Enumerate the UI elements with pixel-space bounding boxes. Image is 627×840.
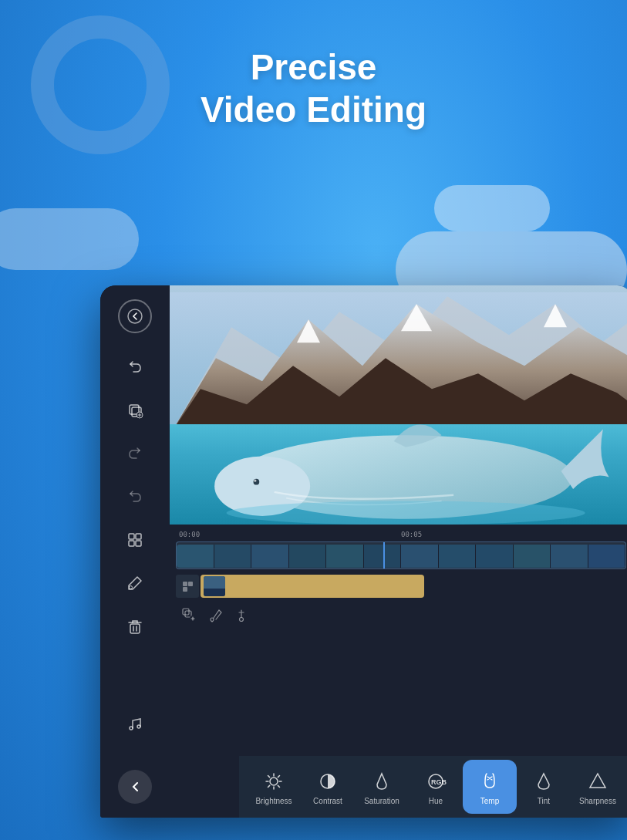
contrast-icon bbox=[315, 769, 340, 794]
svg-rect-26 bbox=[188, 582, 193, 586]
clip-track[interactable] bbox=[176, 572, 626, 600]
title-line1: Precise bbox=[251, 47, 377, 87]
svg-rect-24 bbox=[183, 582, 187, 586]
svg-rect-27 bbox=[183, 609, 189, 615]
music-button[interactable] bbox=[118, 707, 152, 740]
adjust-contrast[interactable]: Contrast bbox=[301, 760, 355, 814]
color-adjust-bar: Brightness Contrast S bbox=[239, 756, 627, 818]
whale-svg bbox=[170, 393, 627, 525]
svg-point-23 bbox=[227, 501, 585, 525]
paint2-icon[interactable] bbox=[231, 605, 251, 625]
svg-rect-28 bbox=[185, 611, 191, 617]
svg-rect-9 bbox=[130, 624, 140, 633]
svg-point-22 bbox=[254, 479, 256, 481]
svg-point-21 bbox=[254, 478, 260, 484]
tablet-device: 00:00 00:05 bbox=[100, 285, 627, 818]
svg-rect-6 bbox=[129, 541, 134, 546]
timeline-tools bbox=[176, 603, 626, 626]
temp-label: Temp bbox=[480, 797, 499, 805]
svg-text:RGB: RGB bbox=[431, 778, 447, 786]
video-preview bbox=[170, 285, 627, 525]
svg-point-0 bbox=[128, 309, 142, 323]
sharpness-label: Sharpness bbox=[579, 797, 616, 805]
layers-add-icon[interactable] bbox=[179, 605, 199, 625]
timeline-ruler: 00:00 00:05 bbox=[176, 529, 626, 540]
saturation-icon bbox=[369, 769, 394, 794]
contrast-label: Contrast bbox=[313, 797, 342, 805]
paint-icon[interactable] bbox=[205, 605, 225, 625]
sharpness-icon bbox=[585, 769, 610, 794]
main-video-track[interactable] bbox=[176, 541, 626, 569]
brightness-label: Brightness bbox=[255, 797, 292, 805]
playhead bbox=[383, 541, 385, 569]
adjust-brightness[interactable]: Brightness bbox=[247, 760, 301, 814]
svg-point-8 bbox=[130, 586, 133, 589]
track-icon bbox=[176, 575, 199, 598]
title-line2: Video Editing bbox=[201, 89, 426, 130]
svg-rect-4 bbox=[129, 534, 134, 539]
delete-button[interactable] bbox=[118, 609, 152, 643]
sidebar bbox=[100, 285, 170, 818]
redo-back-button[interactable] bbox=[118, 437, 152, 471]
hero-title: Precise Video Editing bbox=[0, 46, 627, 131]
adjust-hue[interactable]: RGB Hue bbox=[409, 760, 463, 814]
layers-button[interactable] bbox=[118, 393, 152, 427]
svg-point-10 bbox=[130, 727, 133, 730]
color-clip[interactable] bbox=[201, 575, 424, 598]
svg-point-11 bbox=[137, 725, 140, 728]
svg-rect-5 bbox=[136, 534, 141, 539]
adjust-sharpness[interactable]: Sharpness bbox=[571, 760, 625, 814]
hue-icon: RGB bbox=[423, 769, 448, 794]
svg-point-30 bbox=[240, 618, 244, 622]
temp-icon bbox=[477, 769, 502, 794]
adjust-temp[interactable]: Temp bbox=[463, 760, 517, 814]
svg-rect-25 bbox=[183, 587, 187, 592]
back-circle-button[interactable] bbox=[118, 299, 152, 333]
hue-label: Hue bbox=[429, 797, 443, 805]
grid-overlay-button[interactable] bbox=[118, 523, 152, 557]
forward-button[interactable] bbox=[118, 480, 152, 514]
svg-marker-35 bbox=[590, 774, 605, 788]
bottom-back-nav[interactable] bbox=[100, 756, 170, 818]
adjust-saturation[interactable]: Saturation bbox=[355, 760, 409, 814]
saturation-label: Saturation bbox=[364, 797, 399, 805]
brightness-icon bbox=[261, 769, 286, 794]
tint-label: Tint bbox=[538, 797, 550, 805]
svg-point-31 bbox=[270, 778, 278, 785]
svg-rect-7 bbox=[136, 541, 141, 546]
thumbnail-strip bbox=[177, 545, 625, 568]
clip-thumbnail bbox=[204, 576, 225, 596]
time-mid: 00:05 bbox=[401, 531, 422, 538]
adjust-tint[interactable]: Tint bbox=[517, 760, 571, 814]
undo-button[interactable] bbox=[118, 350, 152, 384]
brush-button[interactable] bbox=[118, 566, 152, 600]
back-button[interactable] bbox=[118, 770, 152, 804]
main-content: 00:00 00:05 bbox=[170, 285, 627, 818]
time-start: 00:00 bbox=[179, 531, 200, 538]
tint-icon bbox=[531, 769, 556, 794]
